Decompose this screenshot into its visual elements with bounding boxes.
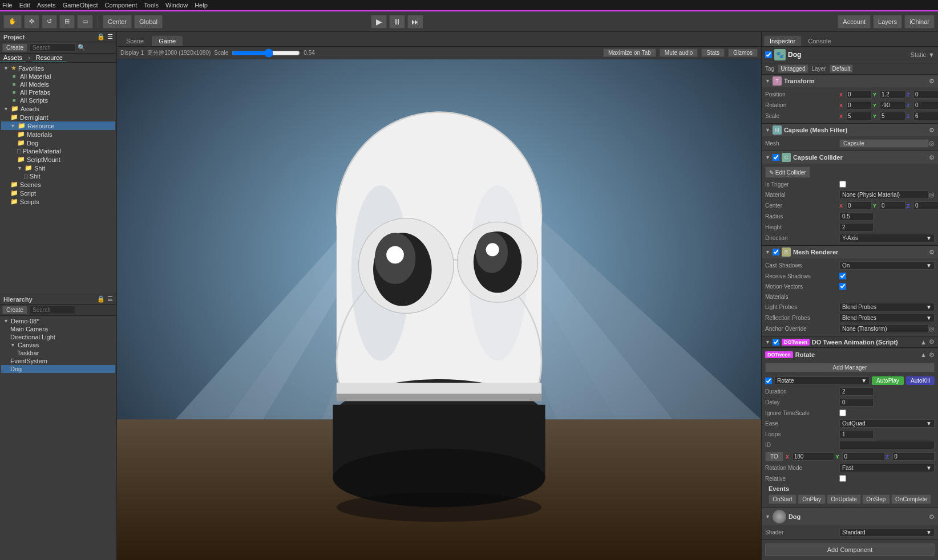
is-trigger-checkbox[interactable] (839, 181, 846, 188)
demigiant-folder[interactable]: 📁 Demigiant (1, 113, 115, 121)
maximize-btn[interactable]: Maximize on Tab (603, 48, 656, 57)
anchor-pick-icon[interactable]: ◎ (929, 325, 935, 332)
to-button[interactable]: TO (765, 452, 783, 461)
scripts-folder[interactable]: 📁 Scripts (1, 197, 115, 206)
motion-vectors-checkbox[interactable] (839, 283, 846, 290)
shit-file[interactable]: □ Shit (1, 172, 115, 180)
scale-x-input[interactable]: 5 (846, 112, 872, 120)
to-z-input[interactable]: 0 (892, 452, 935, 461)
mute-btn[interactable]: Mute audio (660, 48, 698, 57)
capsule-collider-header[interactable]: ▼ C Capsule Collider ⚙ (762, 151, 938, 164)
scale-slider[interactable] (232, 48, 300, 58)
global-button[interactable]: Global (134, 15, 163, 29)
center-y-input[interactable]: 0 (880, 201, 905, 210)
dog-folder[interactable]: 📁 Dog (1, 139, 115, 147)
pause-button[interactable]: ⏸ (389, 15, 405, 29)
light-probes-dropdown[interactable]: Blend Probes ▼ (839, 303, 935, 311)
eventsystem-item[interactable]: EventSystem (1, 357, 115, 365)
gizmos-btn[interactable]: Gizmos (728, 48, 758, 57)
autoplay-btn[interactable]: AutoPlay (872, 376, 904, 385)
console-tab[interactable]: Console (802, 36, 836, 46)
hand-tool[interactable]: ✋ (3, 15, 22, 29)
account-dropdown[interactable]: Account (838, 15, 871, 29)
cast-shadows-dropdown[interactable]: On ▼ (839, 261, 935, 270)
all-material-item[interactable]: ■ All Material (1, 72, 115, 80)
edit-collider-btn[interactable]: ✎ Edit Collider (765, 167, 810, 178)
position-y-input[interactable]: 1.2 (880, 90, 905, 99)
autokill-btn[interactable]: AutoKill (906, 376, 935, 385)
favorites-folder[interactable]: ▼ ★ Favorites (1, 64, 115, 72)
rotate-tool[interactable]: ↺ (42, 15, 57, 29)
to-x-input[interactable]: 180 (793, 452, 835, 461)
stats-btn[interactable]: Stats (701, 48, 725, 57)
scale-y-input[interactable]: 5 (880, 112, 905, 120)
directional-light-item[interactable]: Directional Light (1, 333, 115, 341)
scale-z-input[interactable]: 6 (913, 112, 938, 120)
transform-settings-icon[interactable]: ⚙ (929, 78, 935, 85)
all-models-item[interactable]: ■ All Models (1, 80, 115, 88)
dotween-enabled[interactable] (773, 339, 779, 346)
rotation-mode-dropdown[interactable]: Fast ▼ (839, 464, 935, 472)
assets-root[interactable]: ▼ 📁 Assets (1, 104, 115, 113)
onplay-btn[interactable]: OnPlay (798, 494, 826, 504)
loops-input[interactable]: 1 (839, 430, 874, 439)
receive-shadows-checkbox[interactable] (839, 273, 846, 279)
object-enabled-checkbox[interactable] (765, 51, 772, 58)
mesh-filter-header[interactable]: ▼ M Capsule (Mesh Filter) ⚙ (762, 124, 938, 136)
plane-material-item[interactable]: □ PlaneMaterial (1, 147, 115, 155)
scenes-folder[interactable]: 📁 Scenes (1, 180, 115, 189)
menu-help[interactable]: Help (195, 2, 208, 9)
collider-material-pick[interactable]: ◎ (929, 191, 935, 198)
resource-folder[interactable]: ▼ 📁 Resource (1, 121, 115, 130)
center-z-input[interactable]: 0 (913, 201, 938, 210)
menu-edit[interactable]: Edit (19, 2, 30, 9)
collider-material-value[interactable]: None (Physic Material) (839, 190, 929, 199)
reflection-probes-dropdown[interactable]: Blend Probes ▼ (839, 314, 935, 322)
mesh-renderer-header[interactable]: ▼ R Mesh Renderer ⚙ (762, 246, 938, 258)
shader-dropdown[interactable]: Standard ▼ (839, 528, 935, 537)
radius-input[interactable]: 0.5 (839, 212, 874, 221)
ignore-timescale-checkbox[interactable] (839, 409, 846, 416)
dotween-action-settings-icon[interactable]: ⚙ (929, 351, 935, 359)
id-input[interactable] (839, 441, 935, 449)
play-button[interactable]: ▶ (371, 15, 387, 29)
rect-tool[interactable]: ▭ (77, 15, 93, 29)
relative-checkbox[interactable] (839, 475, 846, 482)
transform-header[interactable]: ▼ T Transform ⚙ (762, 75, 938, 87)
menu-assets[interactable]: Assets (37, 2, 56, 9)
capsule-collider-enabled[interactable] (773, 154, 779, 161)
dotween-action-up-icon[interactable]: ▲ (920, 351, 927, 358)
layer-dropdown[interactable]: Default (830, 64, 854, 73)
materials-folder[interactable]: 📁 Materials (1, 130, 115, 139)
dog-item[interactable]: Dog (1, 365, 115, 373)
script-mount-folder[interactable]: 📁 ScriptMount (1, 155, 115, 164)
onstart-btn[interactable]: OnStart (769, 494, 797, 504)
duration-input[interactable]: 2 (839, 387, 874, 396)
ichinar-dropdown[interactable]: iChinar (904, 15, 935, 29)
scale-tool[interactable]: ⊞ (59, 15, 75, 29)
hierarchy-lock-icon[interactable]: 🔒 (97, 295, 105, 303)
hierarchy-search[interactable] (30, 306, 75, 314)
step-button[interactable]: ⏭ (407, 15, 423, 29)
create-button[interactable]: Create (2, 43, 27, 52)
menu-window[interactable]: Window (165, 2, 188, 9)
anchor-override-dropdown[interactable]: None (Transform) (839, 324, 929, 333)
static-arrow[interactable]: ▼ (928, 51, 935, 58)
to-y-input[interactable]: 0 (842, 452, 884, 461)
all-prefabs-item[interactable]: ■ All Prefabs (1, 88, 115, 96)
all-scripts-item[interactable]: ■ All Scripts (1, 96, 115, 104)
move-tool[interactable]: ✜ (24, 15, 39, 29)
menu-tools[interactable]: Tools (144, 2, 159, 9)
rotation-x-input[interactable]: 0 (846, 101, 872, 109)
rotate-dropdown[interactable]: Rotate ▼ (774, 376, 870, 385)
add-manager-btn[interactable]: Add Manager (765, 363, 935, 372)
center-x-input[interactable]: 0 (846, 201, 872, 210)
menu-file[interactable]: File (2, 2, 13, 9)
height-input[interactable]: 2 (839, 223, 874, 232)
ease-dropdown[interactable]: OutQuad ▼ (839, 419, 935, 428)
rotation-y-input[interactable]: -90 (880, 101, 905, 109)
onupdate-btn[interactable]: OnUpdate (827, 494, 861, 504)
dog-material-header[interactable]: ▼ Dog ⚙ (762, 508, 938, 525)
direction-dropdown[interactable]: Y-Axis ▼ (839, 234, 935, 242)
scene-tab[interactable]: Scene (119, 36, 151, 46)
